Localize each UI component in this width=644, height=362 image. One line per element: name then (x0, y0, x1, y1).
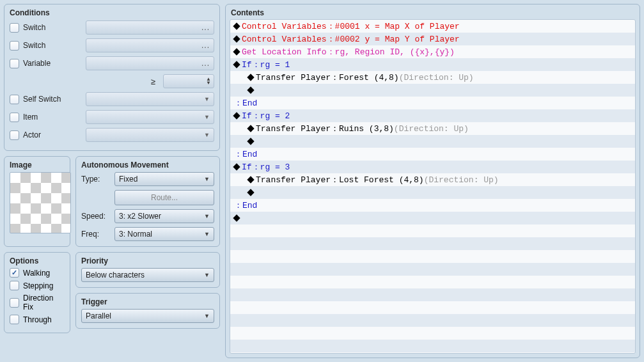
blank-line[interactable] (230, 314, 635, 327)
condition-selector[interactable]: ... (86, 56, 214, 70)
diamond-icon (233, 214, 240, 221)
geq-label: ≥ (146, 77, 155, 86)
chevron-down-icon: ▼ (204, 213, 210, 219)
command-line[interactable]: Transfer Player：Lost Forest (4,8) (Direc… (230, 173, 635, 186)
condition-selector[interactable]: ... (86, 38, 214, 52)
type-label: Type: (81, 175, 111, 184)
command-line[interactable]: Control Variables：#0001 x = Map X of Pla… (230, 20, 635, 33)
diamond-icon (233, 112, 240, 119)
chevron-down-icon: ▼ (204, 231, 210, 237)
priority-dropdown[interactable]: Below characters ▼ (81, 268, 214, 282)
blank-line[interactable] (230, 263, 635, 276)
blank-line[interactable] (230, 250, 635, 263)
command-line[interactable]: If：rg = 3 (230, 161, 635, 173)
condition-checkbox[interactable] (10, 113, 19, 122)
diamond-icon (247, 86, 254, 93)
command-line[interactable]: Get Location Info：rg, Region ID, ({x},{y… (230, 45, 635, 58)
option-label: Direction Fix (23, 294, 65, 311)
contents-list[interactable]: Control Variables：#0001 x = Map X of Pla… (230, 19, 636, 354)
image-preview[interactable] (10, 172, 71, 233)
blank-line[interactable] (230, 237, 635, 250)
movement-panel: Autonomous Movement Type: Fixed ▼ Route.… (75, 156, 220, 247)
priority-title: Priority (81, 256, 214, 265)
condition-checkbox[interactable] (10, 23, 19, 33)
command-line[interactable]: If：rg = 1 (230, 58, 635, 71)
command-line[interactable] (230, 135, 635, 148)
route-button[interactable]: Route... (114, 190, 214, 205)
condition-dropdown[interactable]: ▼ (86, 110, 214, 124)
condition-label: Switch (23, 23, 82, 32)
command-line[interactable]: ：End (230, 148, 635, 161)
condition-selector[interactable]: ... (86, 20, 214, 35)
priority-panel: Priority Below characters ▼ (75, 252, 220, 288)
diamond-icon (247, 74, 254, 81)
diamond-icon (233, 61, 240, 68)
blank-line[interactable] (230, 276, 635, 288)
freq-label: Freq: (81, 230, 111, 239)
condition-dropdown[interactable]: ▼ (86, 128, 214, 142)
option-label: Walking (23, 269, 50, 278)
blank-line[interactable] (230, 288, 635, 301)
option-label: Stepping (23, 281, 53, 290)
option-checkbox[interactable] (10, 315, 19, 324)
contents-panel: Contents Control Variables：#0001 x = Map… (225, 4, 640, 358)
condition-checkbox[interactable] (10, 95, 19, 104)
blank-line[interactable] (230, 340, 635, 352)
command-line[interactable] (230, 186, 635, 199)
speed-label: Speed: (81, 212, 111, 221)
options-title: Options (10, 256, 65, 265)
diamond-icon (247, 189, 254, 196)
option-checkbox[interactable] (10, 281, 19, 290)
condition-label: Self Switch (23, 95, 82, 104)
command-line[interactable] (230, 212, 635, 224)
condition-checkbox[interactable] (10, 59, 19, 68)
trigger-title: Trigger (81, 297, 214, 306)
diamond-icon (233, 48, 240, 55)
command-line[interactable]: Transfer Player：Ruins (3,8) (Direction: … (230, 122, 635, 135)
image-title: Image (10, 161, 65, 169)
condition-checkbox[interactable] (10, 41, 19, 51)
option-checkbox[interactable] (10, 268, 19, 278)
trigger-dropdown[interactable]: Parallel ▼ (81, 309, 214, 323)
freq-dropdown[interactable]: 3: Normal ▼ (114, 227, 214, 241)
command-line[interactable]: Transfer Player：Forest (4,8) (Direction:… (230, 71, 635, 84)
option-checkbox[interactable] (10, 298, 19, 308)
diamond-icon (247, 176, 254, 183)
command-line[interactable] (230, 84, 635, 97)
blank-line[interactable] (230, 224, 635, 237)
movement-title: Autonomous Movement (81, 161, 214, 169)
image-panel: Image (4, 156, 70, 247)
condition-label: Item (23, 113, 82, 122)
condition-label: Actor (23, 130, 82, 139)
chevron-down-icon: ▼ (204, 313, 210, 319)
diamond-icon (247, 125, 254, 132)
speed-dropdown[interactable]: 3: x2 Slower ▼ (114, 209, 214, 223)
blank-line[interactable] (230, 327, 635, 340)
diamond-icon (247, 138, 254, 145)
condition-checkbox[interactable] (10, 130, 19, 140)
condition-spinner[interactable]: ▲▼ (163, 74, 214, 88)
command-line[interactable]: ：End (230, 97, 635, 109)
conditions-title: Conditions (10, 8, 214, 17)
diamond-icon (233, 163, 240, 170)
condition-label: Variable (23, 59, 82, 68)
contents-title: Contents (231, 8, 634, 17)
options-panel: Options WalkingSteppingDirection FixThro… (4, 252, 70, 333)
type-dropdown[interactable]: Fixed ▼ (114, 172, 214, 186)
trigger-panel: Trigger Parallel ▼ (75, 293, 220, 329)
conditions-panel: Conditions Switch...Switch...Variable...… (4, 4, 220, 151)
blank-line[interactable] (230, 301, 635, 314)
chevron-down-icon: ▼ (204, 272, 210, 278)
chevron-down-icon: ▼ (204, 176, 210, 182)
condition-label: Switch (23, 41, 82, 50)
command-line[interactable]: If：rg = 2 (230, 109, 635, 122)
diamond-icon (233, 35, 240, 42)
command-line[interactable]: ：End (230, 199, 635, 212)
condition-dropdown[interactable]: ▼ (86, 92, 214, 106)
diamond-icon (233, 22, 240, 29)
option-label: Through (23, 315, 52, 324)
command-line[interactable]: Control Variables：#0002 y = Map Y of Pla… (230, 33, 635, 45)
